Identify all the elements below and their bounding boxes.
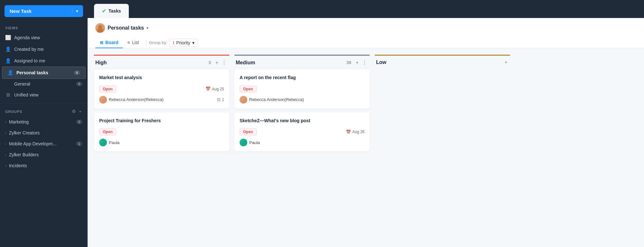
group-item-label: Marketing [9, 119, 29, 124]
card-sketchez[interactable]: SketcheZ—What's new blog post Open 📅 Aug… [234, 113, 370, 152]
date-info: 📅 Aug 25 [205, 87, 224, 91]
subtask-icon: ⊡ [217, 97, 221, 102]
content-header: Personal tasks ▾ ⊞ Board ≡ List Group by… [88, 18, 644, 48]
group-item-label: Zylker Creators [9, 130, 40, 135]
column-title-high: High [95, 60, 208, 66]
calendar-icon: ⬜ [5, 35, 11, 41]
assignee-name: Paula [249, 140, 260, 145]
card-recent-flag[interactable]: A report on the recent flag Open Rebecca… [234, 69, 370, 109]
personal-tasks-badge: 6 [74, 70, 80, 75]
sidebar-item-unified[interactable]: ⊞ Unified view [0, 89, 88, 101]
chevron-down-icon[interactable]: ▾ [147, 26, 148, 30]
more-options-icon-medium[interactable]: ⋮ [361, 59, 368, 66]
group-item-marketing[interactable]: › Marketing 5 [0, 116, 88, 127]
calendar-icon: 📅 [346, 130, 351, 134]
views-section-label: VIEWS [0, 23, 88, 32]
sidebar-item-label: Personal tasks [16, 70, 48, 75]
date-value: Aug 26 [352, 130, 365, 134]
column-medium: Medium 39 + ⋮ A report on the recent fla… [234, 55, 370, 241]
status-badge: Open [240, 128, 257, 135]
new-task-label: New Task [10, 8, 32, 14]
app-header: ✔ Tasks [88, 0, 644, 18]
grid-icon: ⊞ [5, 92, 11, 98]
list-label: List [132, 40, 139, 45]
chevron-right-icon: › [5, 164, 6, 168]
assignee: Paula [99, 139, 119, 146]
sidebar-divider [0, 103, 88, 104]
general-label: General [14, 81, 30, 87]
group-item-label: Mobile App Developm... [9, 141, 57, 146]
card-status-row: Open [99, 128, 224, 135]
kanban-board: High 3 + ⋮ Market test analysis Open 📅 A… [88, 48, 644, 247]
toolbar: ⊞ Board ≡ List Group by: ! Priority ▾ [95, 37, 636, 48]
sidebar-item-assigned[interactable]: 👤 Assigned to me [0, 55, 88, 67]
personal-tasks-title: Personal tasks [108, 25, 144, 31]
add-card-icon-low[interactable]: + [503, 59, 509, 66]
priority-label: Priority [176, 40, 190, 45]
high-cards: Market test analysis Open 📅 Aug 25 R [94, 69, 229, 151]
sidebar-item-personal-tasks[interactable]: 👤 Personal tasks 6 [2, 67, 86, 79]
group-item-incidents[interactable]: › Incidents [0, 160, 88, 171]
tasks-tab[interactable]: ✔ Tasks [94, 4, 129, 18]
group-item-label: Incidents [9, 163, 27, 168]
assignee-name: Rebecca Anderson(Rebecca) [109, 97, 164, 102]
assignee-avatar [99, 96, 107, 104]
user-icon: 👤 [5, 46, 11, 52]
new-task-button[interactable]: New Task ▾ [5, 5, 83, 17]
content-area: Personal tasks ▾ ⊞ Board ≡ List Group by… [88, 18, 644, 247]
check-icon: ✔ [102, 8, 106, 14]
assignee: Rebecca Anderson(Rebecca) [240, 96, 304, 104]
groups-actions: ⚙ ＋ [72, 109, 82, 114]
settings-icon[interactable]: ⚙ [72, 109, 76, 114]
personal-tasks-row: Personal tasks ▾ [95, 23, 636, 33]
assignee-avatar-teal [240, 139, 247, 146]
sidebar-item-agenda[interactable]: ⬜ Agenda view [0, 32, 88, 43]
column-header-high: High 3 + ⋮ [94, 55, 229, 69]
group-item-zylker-builders[interactable]: › Zylker Builders [0, 149, 88, 160]
tab-label: Tasks [109, 8, 121, 14]
sidebar: New Task ▾ VIEWS ⬜ Agenda view 👤 Created… [0, 0, 88, 247]
card-title: SketcheZ—What's new blog post [240, 118, 365, 124]
card-project-training[interactable]: Project Training for Freshers Open Paula [94, 113, 229, 152]
group-item-zylker-creators[interactable]: › Zylker Creators [0, 127, 88, 138]
column-header-medium: Medium 39 + ⋮ [234, 55, 370, 69]
board-tab-button[interactable]: ⊞ Board [95, 37, 123, 48]
status-badge: Open [240, 86, 257, 93]
user-check-icon: 👤 [5, 58, 11, 64]
list-tab-button[interactable]: ≡ List [123, 37, 143, 48]
chevron-down-icon: ▾ [192, 40, 194, 45]
person-icon: 👤 [7, 70, 13, 76]
column-high: High 3 + ⋮ Market test analysis Open 📅 A… [94, 55, 229, 241]
mobile-badge: 1 [76, 142, 82, 146]
column-low: Low + [375, 55, 510, 241]
priority-icon: ! [173, 40, 175, 45]
status-badge: Open [99, 86, 116, 93]
card-title: Market test analysis [99, 75, 224, 81]
card-title: Project Training for Freshers [99, 118, 224, 124]
card-status-row: Open 📅 Aug 25 [99, 86, 224, 93]
column-title-low: Low [376, 59, 439, 65]
sidebar-item-created[interactable]: 👤 Created by me [0, 43, 88, 55]
chevron-right-icon: › [5, 120, 6, 124]
card-title: A report on the recent flag [240, 75, 365, 81]
groups-header: GROUPS ⚙ ＋ [0, 106, 88, 116]
sidebar-item-label: Assigned to me [14, 58, 45, 63]
subtask-count: 1 [222, 97, 224, 102]
card-footer: Rebecca Anderson(Rebecca) [240, 96, 365, 104]
more-options-icon-high[interactable]: ⋮ [220, 59, 228, 66]
group-item-mobile-app[interactable]: › Mobile App Developm... 1 [0, 138, 88, 149]
sidebar-item-general[interactable]: General 6 [0, 79, 88, 89]
chevron-right-icon: › [5, 142, 6, 146]
marketing-badge: 5 [76, 120, 82, 124]
assignee-avatar [240, 96, 247, 104]
column-title-medium: Medium [236, 60, 346, 66]
chevron-right-icon: › [5, 153, 6, 157]
card-market-test[interactable]: Market test analysis Open 📅 Aug 25 R [94, 69, 229, 109]
add-group-icon[interactable]: ＋ [78, 109, 82, 114]
board-label: Board [105, 40, 118, 45]
add-card-icon-medium[interactable]: + [355, 59, 360, 66]
column-header-low: Low + [375, 55, 510, 69]
assignee-name: Paula [109, 140, 119, 145]
add-card-icon-high[interactable]: + [214, 59, 220, 66]
group-by-button[interactable]: ! Priority ▾ [169, 39, 198, 47]
